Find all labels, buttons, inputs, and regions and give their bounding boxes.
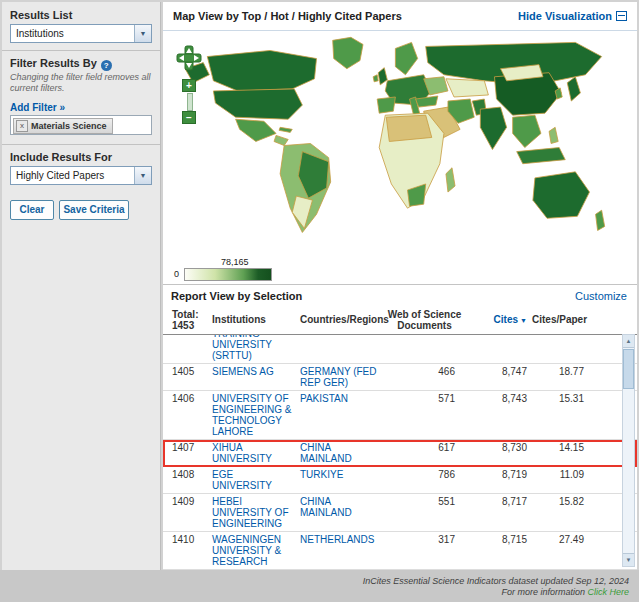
rank-cell: 1407 (163, 440, 209, 455)
table-row: 1410 WAGENINGEN UNIVERSITY & RESEARCH NE… (163, 532, 637, 570)
col-cites-label: Cites (494, 314, 518, 325)
map-pan-control[interactable] (176, 45, 202, 71)
institution-link[interactable]: EGE UNIVERSITY (212, 469, 272, 491)
dataset-updated-text: InCites Essential Science Indicators dat… (363, 576, 629, 586)
docs-cell: 317 (383, 532, 467, 547)
cites-per-paper-cell: 15.82 (529, 494, 587, 509)
include-results-select[interactable]: Highly Cited Papers ▼ (10, 166, 152, 185)
page-footer: InCites Essential Science Indicators dat… (0, 570, 639, 602)
filter-note: Changing the filter field removes all cu… (10, 72, 152, 94)
cites-per-paper-cell: 14.15 (529, 440, 587, 455)
hide-visualization-link[interactable]: Hide Visualization (518, 10, 627, 22)
docs-cell: 786 (383, 467, 467, 482)
clear-button[interactable]: Clear (10, 200, 54, 220)
filter-tag-label: Materials Science (31, 121, 107, 131)
report-view-title: Report View by Selection (171, 290, 302, 302)
rank-cell: 1408 (163, 467, 209, 482)
cites-cell: 8,743 (467, 391, 529, 406)
institution-link[interactable]: XIHUA UNIVERSITY (212, 442, 272, 464)
customize-link[interactable]: Customize (575, 290, 627, 302)
filter-tag-box: xMaterials Science (10, 115, 152, 135)
main-panel: Map View by Top / Hot / Highly Cited Pap… (163, 2, 637, 570)
legend-max-value: 78,165 (221, 257, 249, 267)
cites-cell: 8,717 (467, 494, 529, 509)
institution-link[interactable]: WAGENINGEN UNIVERSITY & RESEARCH (212, 534, 281, 567)
map-legend: 0 78,165 (163, 258, 463, 284)
country-link[interactable]: CHINA MAINLAND (300, 442, 352, 464)
scrollbar-thumb[interactable] (623, 349, 634, 389)
institution-link[interactable]: SIEMENS AG (212, 366, 274, 377)
filter-results-by-text: Filter Results By (10, 57, 97, 69)
table-row: 1405 SIEMENS AG GERMANY (FED REP GER) 46… (163, 364, 637, 391)
add-filter-link[interactable]: Add Filter » (10, 102, 65, 113)
results-table: Total: 1453 Institutions Countries/Regio… (163, 305, 637, 570)
country-link[interactable]: NETHERLANDS (300, 534, 374, 545)
total-count-label: Total: 1453 (163, 307, 209, 333)
cites-per-paper-cell: 27.49 (529, 532, 587, 547)
report-view-header: Report View by Selection Customize (163, 284, 637, 306)
country-link[interactable]: PAKISTAN (300, 393, 348, 404)
more-info-prefix: For more information (501, 587, 585, 597)
scroll-up-button[interactable]: ▲ (623, 335, 634, 348)
rank-cell: 1405 (163, 364, 209, 379)
sort-desc-icon: ▼ (520, 317, 527, 324)
docs-cell: 617 (383, 440, 467, 455)
table-body: 1404 TEACHER TRAINING UNIVERSITY (SRTTU)… (163, 335, 637, 570)
col-countries-regions: Countries/Regions (297, 312, 383, 327)
filter-results-by-label: Filter Results By? (10, 57, 112, 71)
cites-cell: 8,730 (467, 440, 529, 455)
rank-cell: 1409 (163, 494, 209, 509)
table-row: 1408 EGE UNIVERSITY TURKIYE 786 8,719 11… (163, 467, 637, 494)
cites-per-paper-cell: 15.31 (529, 391, 587, 406)
table-row-highlighted: 1407 XIHUA UNIVERSITY CHINA MAINLAND 617… (163, 440, 637, 467)
filter-sidebar: Results List Institutions ▼ Filter Resul… (2, 2, 161, 570)
save-criteria-button[interactable]: Save Criteria (59, 200, 129, 220)
col-wos-documents: Web of Science Documents (383, 307, 467, 333)
country-link[interactable]: GERMANY (FED REP GER) (300, 366, 377, 388)
cites-per-paper-cell: 11.09 (529, 467, 587, 482)
map-view-title: Map View by Top / Hot / Highly Cited Pap… (173, 10, 402, 22)
zoom-out-button[interactable]: − (182, 111, 196, 124)
scroll-down-button[interactable]: ▼ (623, 553, 634, 566)
hide-visualization-label: Hide Visualization (518, 10, 612, 22)
results-list-label: Results List (10, 9, 72, 21)
results-list-select[interactable]: Institutions ▼ (10, 24, 152, 43)
more-info-text: For more information Click Here (501, 587, 629, 597)
cites-cell: 8,719 (467, 467, 529, 482)
rank-cell: 1410 (163, 532, 209, 547)
zoom-in-button[interactable]: + (182, 79, 196, 92)
docs-cell: 551 (383, 494, 467, 509)
map-view-header: Map View by Top / Hot / Highly Cited Pap… (163, 2, 637, 31)
col-cites-sort[interactable]: Cites▼ (467, 312, 529, 328)
table-scrollbar[interactable]: ▲ ▼ (622, 334, 635, 567)
legend-min-value: 0 (174, 269, 179, 279)
world-map[interactable] (179, 33, 634, 253)
dropdown-arrow-icon: ▼ (134, 167, 151, 184)
country-link[interactable]: CHINA MAINLAND (300, 496, 352, 518)
docs-cell: 571 (383, 391, 467, 406)
include-results-value: Highly Cited Papers (16, 170, 104, 181)
map-area: + − (163, 31, 637, 257)
docs-cell: 466 (383, 364, 467, 379)
institution-link[interactable]: UNIVERSITY OF ENGINEERING & TECHNOLOGY L… (212, 393, 291, 437)
remove-filter-icon[interactable]: x (16, 120, 28, 132)
rank-cell: 1406 (163, 391, 209, 406)
zoom-slider[interactable] (187, 93, 193, 111)
dropdown-arrow-icon: ▼ (134, 25, 151, 42)
divider (2, 50, 160, 51)
help-icon[interactable]: ? (101, 60, 112, 71)
results-list-value: Institutions (16, 28, 64, 39)
table-row: 1404 TEACHER TRAINING UNIVERSITY (SRTTU)… (163, 335, 637, 364)
cites-cell: 8,747 (467, 364, 529, 379)
filter-tag: xMaterials Science (13, 118, 113, 134)
table-header-row: Total: 1453 Institutions Countries/Regio… (163, 305, 637, 335)
divider (2, 144, 160, 145)
hide-visualization-icon (616, 11, 627, 21)
col-cites-per-paper-label: Cites/Paper (532, 314, 587, 325)
cites-cell: 8,715 (467, 532, 529, 547)
institution-link[interactable]: TEACHER TRAINING UNIVERSITY (SRTTU) (212, 335, 272, 361)
click-here-link[interactable]: Click Here (587, 587, 629, 597)
country-link[interactable]: TURKIYE (300, 469, 343, 480)
include-results-label: Include Results For (10, 151, 112, 163)
institution-link[interactable]: HEBEI UNIVERSITY OF ENGINEERING (212, 496, 289, 529)
